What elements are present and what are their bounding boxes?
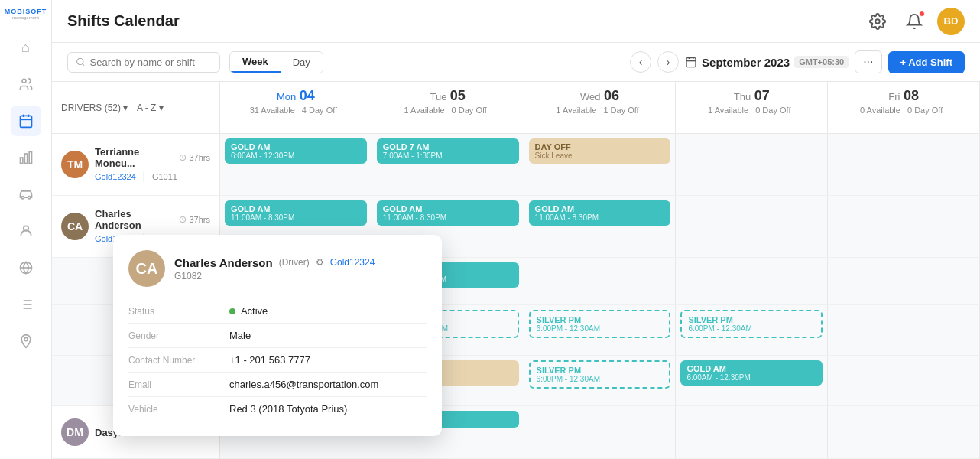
logo-text: MOBISOFT	[5, 8, 47, 15]
thu-day-off: 0 Day Off	[755, 106, 790, 115]
popup-status-value: Active	[229, 305, 268, 317]
shift-block[interactable]: SILVER PM 6:00PM - 12:30AM	[529, 360, 671, 389]
search-input[interactable]	[90, 57, 212, 68]
tue-column-header: Tue 05 1 Available 0 Day Off	[372, 82, 524, 134]
calendar-icon[interactable]	[11, 106, 41, 136]
fri-day-name: Fri	[888, 91, 900, 103]
popup-status-label: Status	[128, 306, 220, 317]
add-shift-button[interactable]: + Add Shift	[888, 51, 965, 73]
fri-day-off: 0 Day Off	[907, 106, 943, 115]
popup-vehicle-label: Vehicle	[128, 404, 220, 415]
view-toggle: Week Day	[229, 51, 323, 73]
wed-day-num: 06	[604, 88, 619, 103]
popup-gender-label: Gender	[128, 330, 220, 341]
svg-rect-6	[24, 154, 27, 164]
popup-avatar: CA	[128, 250, 165, 287]
thu-day-name: Thu	[734, 91, 751, 103]
mon-column-header: Mon 04 31 Available 4 Day Off	[220, 82, 372, 134]
globe-icon[interactable]	[11, 252, 41, 283]
popup-email-row: Email charles.a456@transportation.com	[128, 373, 427, 397]
svg-point-22	[77, 58, 83, 64]
timezone-badge: GMT+05:30	[794, 56, 849, 68]
shift-cell-1-wed[interactable]: GOLD AM 11:00AM - 8:30PM	[524, 196, 677, 258]
sort-button[interactable]: A - Z ▾	[137, 103, 164, 113]
shift-cell-3-fri[interactable]	[828, 305, 980, 356]
shift-cell-3-wed[interactable]: SILVER PM 6:00PM - 12:30AM	[524, 305, 677, 356]
wed-available: 1 Available	[556, 106, 596, 115]
shift-cell-0-mon[interactable]: GOLD AM 6:00AM - 12:30PM	[220, 134, 372, 196]
shift-cell-0-thu[interactable]	[676, 134, 828, 196]
shift-cell-4-wed[interactable]: SILVER PM 6:00PM - 12:30AM	[524, 356, 677, 406]
shift-cell-1-thu[interactable]	[676, 196, 828, 258]
shift-block[interactable]: GOLD AM 11:00AM - 8:30PM	[377, 200, 519, 226]
header-actions: BD	[864, 8, 965, 35]
popup-vehicle-row: Vehicle Red 3 (2018 Totyota Prius)	[128, 397, 427, 421]
tue-available: 1 Available	[404, 106, 445, 115]
location-icon[interactable]	[11, 326, 41, 356]
shift-cell-2-thu[interactable]	[676, 258, 828, 305]
main-content: Shifts Calendar BD Week Day ‹ ›	[52, 0, 980, 459]
day-view-button[interactable]: Day	[281, 52, 323, 73]
popup-gender-row: Gender Male	[128, 324, 427, 348]
thu-available: 1 Available	[708, 106, 748, 115]
svg-rect-1	[20, 116, 31, 127]
popup-driver-role: (Driver)	[279, 257, 310, 268]
drivers-label: DRIVERS (52)	[61, 103, 121, 113]
shift-block[interactable]: SILVER PM 6:00PM - 12:30AM	[680, 310, 823, 338]
popup-vehicle-value: Red 3 (2018 Totyota Prius)	[229, 403, 347, 415]
thu-column-header: Thu 07 1 Available 0 Day Off	[676, 82, 828, 134]
shift-block[interactable]: GOLD AM 11:00AM - 8:30PM	[225, 200, 367, 226]
shift-cell-5-fri[interactable]	[828, 406, 980, 459]
wed-day-off: 1 Day Off	[603, 106, 638, 115]
logo-sub: management	[12, 15, 39, 20]
analytics-icon[interactable]	[11, 142, 41, 173]
svg-point-9	[28, 197, 30, 199]
shift-block[interactable]: GOLD AM 6:00AM - 12:30PM	[225, 138, 367, 164]
shift-cell-2-wed[interactable]	[524, 258, 677, 305]
search-box[interactable]	[67, 52, 220, 73]
shift-block[interactable]: GOLD 7 AM 7:00AM - 1:30PM	[377, 138, 519, 164]
popup-header: CA Charles Anderson (Driver) ⚙ Gold12324…	[128, 250, 427, 287]
user-avatar[interactable]: BD	[937, 8, 965, 35]
shift-block[interactable]: SILVER PM 6:00PM - 12:30AM	[529, 310, 671, 338]
driver-cell-0[interactable]: TM Terrianne Moncu... 37hrs Gold12324 | …	[52, 134, 220, 196]
status-dot	[229, 308, 235, 314]
shift-block[interactable]: GOLD AM 11:00AM - 8:30PM	[529, 200, 671, 226]
notification-button[interactable]	[900, 8, 928, 35]
svg-rect-7	[29, 152, 31, 164]
settings-button[interactable]	[864, 8, 891, 35]
shift-block[interactable]: GOLD AM 6:00AM - 12:30PM	[680, 360, 823, 386]
calendar-container: DRIVERS (52) ▾ A - Z ▾ Mon 04 31 Availab…	[52, 82, 980, 459]
shift-cell-5-thu[interactable]	[676, 406, 828, 459]
people-group-icon[interactable]	[11, 69, 41, 99]
prev-week-button[interactable]: ‹	[630, 51, 651, 73]
user-icon[interactable]	[11, 216, 41, 246]
shift-cell-2-fri[interactable]	[828, 258, 980, 305]
popup-email-label: Email	[128, 379, 220, 390]
driver-name-1: Charles Anderson	[95, 208, 179, 231]
wed-column-header: Wed 06 1 Available 1 Day Off	[524, 82, 677, 134]
shift-cell-3-thu[interactable]: SILVER PM 6:00PM - 12:30AM	[676, 305, 828, 356]
shift-block[interactable]: DAY OFF Sick Leave	[529, 138, 671, 164]
more-options-button[interactable]: ···	[855, 50, 881, 73]
popup-driver-name: Charles Anderson	[174, 256, 273, 269]
mon-day-name: Mon	[277, 91, 296, 103]
popup-contact-row: Contact Number +1 - 201 563 7777	[128, 348, 427, 373]
drivers-filter-button[interactable]: DRIVERS (52) ▾	[61, 103, 128, 113]
shift-cell-0-wed[interactable]: DAY OFF Sick Leave	[524, 134, 677, 196]
shift-cell-5-wed[interactable]	[524, 406, 677, 459]
popup-contact-value: +1 - 201 563 7777	[229, 354, 310, 366]
home-icon[interactable]: ⌂	[11, 32, 41, 63]
list-icon[interactable]	[11, 289, 41, 320]
next-week-button[interactable]: ›	[657, 51, 679, 73]
shift-cell-0-fri[interactable]	[828, 134, 980, 196]
shift-cell-4-fri[interactable]	[828, 356, 980, 406]
driver-avatar-5: DM	[61, 418, 89, 446]
shift-cell-1-fri[interactable]	[828, 196, 980, 258]
shift-cell-4-thu[interactable]: GOLD AM 6:00AM - 12:30PM	[676, 356, 828, 406]
tue-day-off: 0 Day Off	[452, 106, 487, 115]
vehicle-icon[interactable]	[11, 179, 41, 210]
week-view-button[interactable]: Week	[230, 52, 281, 73]
shift-cell-0-tue[interactable]: GOLD 7 AM 7:00AM - 1:30PM	[372, 134, 524, 196]
popup-group-name: Gold12324	[330, 257, 375, 268]
